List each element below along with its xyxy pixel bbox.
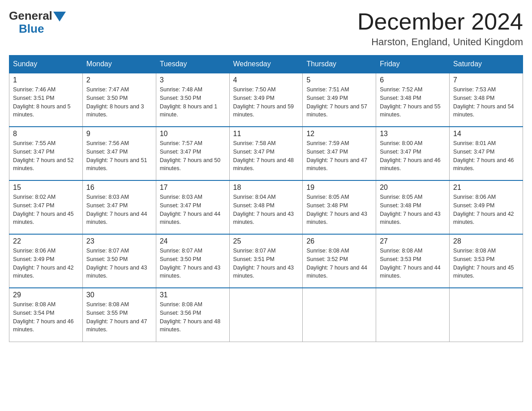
- day-number: 15: [13, 184, 79, 192]
- day-info: Sunrise: 7:58 AMSunset: 3:47 PMDaylight:…: [233, 140, 294, 171]
- day-number: 25: [233, 237, 299, 245]
- day-number: 13: [380, 130, 446, 138]
- day-number: 2: [86, 76, 152, 84]
- day-info: Sunrise: 8:05 AMSunset: 3:48 PMDaylight:…: [380, 194, 441, 225]
- calendar-week-row: 29 Sunrise: 8:08 AMSunset: 3:54 PMDaylig…: [9, 288, 523, 342]
- calendar-day-cell: 10 Sunrise: 7:57 AMSunset: 3:47 PMDaylig…: [156, 127, 229, 180]
- day-number: 12: [306, 130, 372, 138]
- day-info: Sunrise: 8:04 AMSunset: 3:48 PMDaylight:…: [233, 194, 294, 225]
- title-section: December 2024 Harston, England, United K…: [357, 9, 523, 48]
- day-info: Sunrise: 8:05 AMSunset: 3:48 PMDaylight:…: [306, 194, 367, 225]
- header-tuesday: Tuesday: [156, 56, 229, 73]
- calendar-empty-cell: [450, 288, 523, 342]
- calendar-day-cell: 20 Sunrise: 8:05 AMSunset: 3:48 PMDaylig…: [376, 180, 450, 234]
- day-number: 11: [233, 130, 299, 138]
- day-number: 30: [86, 291, 152, 299]
- calendar-week-row: 1 Sunrise: 7:46 AMSunset: 3:51 PMDayligh…: [9, 73, 523, 127]
- day-number: 19: [306, 184, 372, 192]
- day-number: 31: [160, 291, 226, 299]
- header-monday: Monday: [82, 56, 156, 73]
- day-number: 23: [86, 237, 152, 245]
- calendar-empty-cell: [376, 288, 450, 342]
- day-number: 9: [86, 130, 152, 138]
- logo-general: General: [9, 9, 52, 23]
- day-info: Sunrise: 8:08 AMSunset: 3:53 PMDaylight:…: [380, 248, 441, 279]
- logo-blue: Blue: [19, 22, 44, 36]
- day-number: 29: [13, 291, 79, 299]
- day-info: Sunrise: 7:46 AMSunset: 3:51 PMDaylight:…: [13, 86, 71, 118]
- calendar-day-cell: 5 Sunrise: 7:51 AMSunset: 3:49 PMDayligh…: [303, 73, 376, 127]
- day-info: Sunrise: 7:59 AMSunset: 3:47 PMDaylight:…: [306, 140, 367, 171]
- page-header: General Blue December 2024 Harston, Engl…: [9, 9, 523, 48]
- header-wednesday: Wednesday: [229, 56, 303, 73]
- calendar-day-cell: 17 Sunrise: 8:03 AMSunset: 3:47 PMDaylig…: [156, 180, 229, 234]
- day-info: Sunrise: 7:56 AMSunset: 3:47 PMDaylight:…: [86, 140, 147, 171]
- day-number: 24: [160, 237, 226, 245]
- day-number: 7: [453, 76, 519, 84]
- calendar-day-cell: 9 Sunrise: 7:56 AMSunset: 3:47 PMDayligh…: [82, 127, 156, 180]
- day-info: Sunrise: 8:08 AMSunset: 3:52 PMDaylight:…: [306, 248, 367, 279]
- calendar-day-cell: 16 Sunrise: 8:03 AMSunset: 3:47 PMDaylig…: [82, 180, 156, 234]
- day-number: 10: [160, 130, 226, 138]
- day-number: 22: [13, 237, 79, 245]
- logo-triangle-icon: [53, 12, 66, 21]
- day-info: Sunrise: 8:06 AMSunset: 3:49 PMDaylight:…: [13, 248, 74, 279]
- day-info: Sunrise: 7:52 AMSunset: 3:48 PMDaylight:…: [380, 86, 441, 118]
- day-info: Sunrise: 7:47 AMSunset: 3:50 PMDaylight:…: [86, 86, 144, 118]
- calendar-day-cell: 25 Sunrise: 8:07 AMSunset: 3:51 PMDaylig…: [229, 234, 303, 288]
- day-info: Sunrise: 8:00 AMSunset: 3:47 PMDaylight:…: [380, 140, 441, 171]
- day-info: Sunrise: 8:07 AMSunset: 3:51 PMDaylight:…: [233, 248, 294, 279]
- day-number: 3: [160, 76, 226, 84]
- calendar-day-cell: 13 Sunrise: 8:00 AMSunset: 3:47 PMDaylig…: [376, 127, 450, 180]
- day-info: Sunrise: 7:50 AMSunset: 3:49 PMDaylight:…: [233, 86, 294, 118]
- calendar-week-row: 22 Sunrise: 8:06 AMSunset: 3:49 PMDaylig…: [9, 234, 523, 288]
- calendar-day-cell: 1 Sunrise: 7:46 AMSunset: 3:51 PMDayligh…: [9, 73, 83, 127]
- calendar-day-cell: 23 Sunrise: 8:07 AMSunset: 3:50 PMDaylig…: [82, 234, 156, 288]
- calendar-day-cell: 30 Sunrise: 8:08 AMSunset: 3:55 PMDaylig…: [82, 288, 156, 342]
- day-number: 5: [306, 76, 372, 84]
- calendar-day-cell: 26 Sunrise: 8:08 AMSunset: 3:52 PMDaylig…: [303, 234, 376, 288]
- calendar-day-cell: 19 Sunrise: 8:05 AMSunset: 3:48 PMDaylig…: [303, 180, 376, 234]
- calendar-header-row: SundayMondayTuesdayWednesdayThursdayFrid…: [9, 56, 523, 73]
- calendar-day-cell: 3 Sunrise: 7:48 AMSunset: 3:50 PMDayligh…: [156, 73, 229, 127]
- logo: General Blue: [9, 9, 66, 36]
- calendar-week-row: 15 Sunrise: 8:02 AMSunset: 3:47 PMDaylig…: [9, 180, 523, 234]
- calendar-day-cell: 22 Sunrise: 8:06 AMSunset: 3:49 PMDaylig…: [9, 234, 83, 288]
- day-info: Sunrise: 7:53 AMSunset: 3:48 PMDaylight:…: [453, 86, 514, 118]
- calendar-day-cell: 24 Sunrise: 8:07 AMSunset: 3:50 PMDaylig…: [156, 234, 229, 288]
- calendar-day-cell: 12 Sunrise: 7:59 AMSunset: 3:47 PMDaylig…: [303, 127, 376, 180]
- day-info: Sunrise: 8:06 AMSunset: 3:49 PMDaylight:…: [453, 194, 514, 225]
- calendar-day-cell: 18 Sunrise: 8:04 AMSunset: 3:48 PMDaylig…: [229, 180, 303, 234]
- header-thursday: Thursday: [303, 56, 376, 73]
- day-number: 4: [233, 76, 299, 84]
- calendar-day-cell: 8 Sunrise: 7:55 AMSunset: 3:47 PMDayligh…: [9, 127, 83, 180]
- day-info: Sunrise: 7:48 AMSunset: 3:50 PMDaylight:…: [160, 86, 218, 118]
- day-number: 14: [453, 130, 519, 138]
- calendar-day-cell: 4 Sunrise: 7:50 AMSunset: 3:49 PMDayligh…: [229, 73, 303, 127]
- day-number: 20: [380, 184, 446, 192]
- day-info: Sunrise: 7:57 AMSunset: 3:47 PMDaylight:…: [160, 140, 221, 171]
- month-title: December 2024: [357, 9, 523, 34]
- calendar-empty-cell: [229, 288, 303, 342]
- day-number: 6: [380, 76, 446, 84]
- day-info: Sunrise: 7:55 AMSunset: 3:47 PMDaylight:…: [13, 140, 74, 171]
- calendar-day-cell: 15 Sunrise: 8:02 AMSunset: 3:47 PMDaylig…: [9, 180, 83, 234]
- day-number: 17: [160, 184, 226, 192]
- header-saturday: Saturday: [450, 56, 523, 73]
- calendar-day-cell: 11 Sunrise: 7:58 AMSunset: 3:47 PMDaylig…: [229, 127, 303, 180]
- day-number: 18: [233, 184, 299, 192]
- day-number: 1: [13, 76, 79, 84]
- day-number: 26: [306, 237, 372, 245]
- day-info: Sunrise: 8:08 AMSunset: 3:55 PMDaylight:…: [86, 301, 147, 333]
- location: Harston, England, United Kingdom: [357, 36, 523, 48]
- calendar-day-cell: 14 Sunrise: 8:01 AMSunset: 3:47 PMDaylig…: [450, 127, 523, 180]
- calendar-day-cell: 21 Sunrise: 8:06 AMSunset: 3:49 PMDaylig…: [450, 180, 523, 234]
- day-number: 27: [380, 237, 446, 245]
- calendar-week-row: 8 Sunrise: 7:55 AMSunset: 3:47 PMDayligh…: [9, 127, 523, 180]
- calendar-day-cell: 28 Sunrise: 8:08 AMSunset: 3:53 PMDaylig…: [450, 234, 523, 288]
- day-info: Sunrise: 8:03 AMSunset: 3:47 PMDaylight:…: [86, 194, 147, 225]
- day-number: 16: [86, 184, 152, 192]
- day-number: 28: [453, 237, 519, 245]
- day-info: Sunrise: 7:51 AMSunset: 3:49 PMDaylight:…: [306, 86, 367, 118]
- calendar-day-cell: 27 Sunrise: 8:08 AMSunset: 3:53 PMDaylig…: [376, 234, 450, 288]
